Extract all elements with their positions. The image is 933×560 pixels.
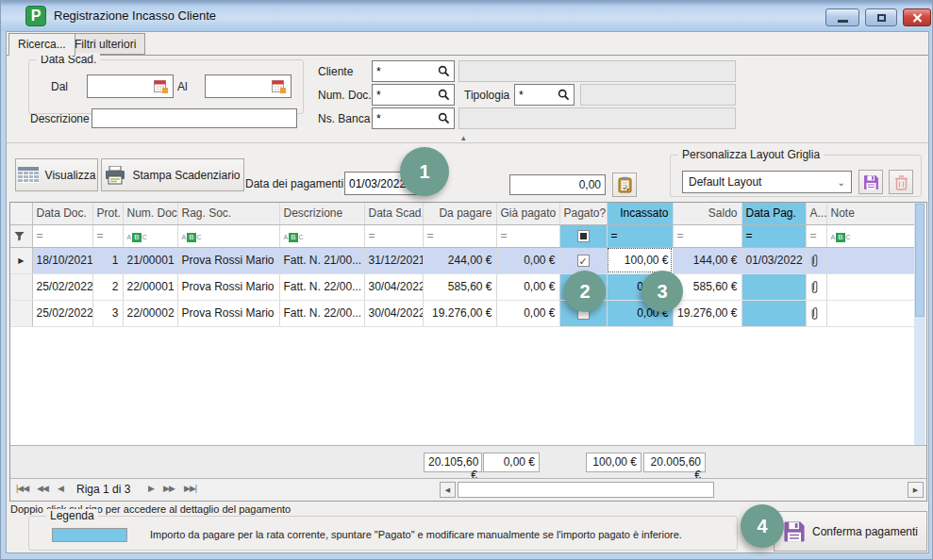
nav-last-button[interactable]: ▶▶| <box>184 484 196 493</box>
col-header-gia-pagato[interactable]: Già pagato <box>496 203 559 224</box>
visualizza-button[interactable]: Visualizza <box>15 158 98 191</box>
al-date-field[interactable] <box>205 74 292 98</box>
cliente-lookup[interactable] <box>372 60 455 82</box>
col-header-incassato[interactable]: Incassato <box>607 203 673 224</box>
nav-next-button[interactable]: ▶ <box>148 484 154 493</box>
cell-data-doc[interactable]: 18/10/2021 <box>32 247 92 273</box>
dal-date-field[interactable] <box>87 74 174 98</box>
cell-note[interactable] <box>826 247 914 273</box>
descrizione-input[interactable] <box>92 108 297 128</box>
cell-da-pagare[interactable]: 244,00 € <box>423 247 496 273</box>
cell-allegati[interactable] <box>806 247 826 273</box>
cell-data-scad[interactable]: 30/04/2022 <box>364 273 423 300</box>
col-header-descrizione[interactable]: Descrizione <box>279 203 364 224</box>
table-row[interactable]: ▶ 18/10/2021 1 21/00001 Prova Rossi Mari… <box>10 247 914 273</box>
cell-saldo[interactable]: 144,00 € <box>673 247 741 273</box>
col-header-rag-soc[interactable]: Rag. Soc. <box>177 203 279 224</box>
cell-descrizione[interactable]: Fatt. N. 22/00... <box>279 273 364 300</box>
filter-funnel-cell[interactable] <box>10 224 32 247</box>
cell-num-doc[interactable]: 21/00001 <box>123 247 177 273</box>
apply-amount-button[interactable] <box>612 173 637 197</box>
cell-prot[interactable]: 3 <box>92 300 123 326</box>
search-icon[interactable] <box>438 89 450 101</box>
cell-pagato-checkbox[interactable]: ✓ <box>559 247 607 273</box>
amount-input[interactable] <box>509 174 606 195</box>
cell-num-doc[interactable]: 22/00002 <box>123 300 177 326</box>
title-bar[interactable]: P Registrazione Incasso Cliente <box>1 1 933 31</box>
layout-select[interactable]: Default Layout ⌄ <box>682 171 852 193</box>
cell-note[interactable] <box>826 300 914 326</box>
grid-vertical-scrollbar[interactable] <box>914 203 925 445</box>
col-header-prot[interactable]: Prot. <box>92 203 123 224</box>
al-date-input[interactable] <box>209 80 272 93</box>
delete-layout-button[interactable] <box>889 170 913 194</box>
filter-gia-pagato[interactable]: = <box>496 224 559 247</box>
cell-saldo[interactable]: 19.276,00 € <box>673 300 741 326</box>
filter-saldo[interactable]: = <box>673 224 741 247</box>
hscroll-right-arrow[interactable]: ▶ <box>908 482 924 498</box>
calendar-icon[interactable] <box>154 79 169 93</box>
col-header-num-doc[interactable]: Num. Doc. <box>123 203 177 224</box>
cell-gia-pagato[interactable]: 0,00 € <box>496 247 559 273</box>
checkbox-checked-icon[interactable]: ✓ <box>577 255 590 267</box>
nav-next-page-button[interactable]: ▶▶ <box>163 484 175 493</box>
filter-incassato[interactable]: = <box>607 224 673 247</box>
close-button[interactable] <box>903 8 931 26</box>
restore-button[interactable] <box>865 8 897 26</box>
cell-rag-soc[interactable]: Prova Rossi Mario <box>177 273 279 300</box>
stampa-scadenziario-button[interactable]: Stampa Scadenziario <box>101 158 244 191</box>
filter-allegati[interactable]: = <box>806 224 826 247</box>
table-row[interactable]: 25/02/2022 2 22/00001 Prova Rossi Mario … <box>10 273 914 300</box>
cell-gia-pagato[interactable]: 0,00 € <box>496 300 559 326</box>
minimize-button[interactable] <box>825 8 859 26</box>
tab-ricerca[interactable]: Ricerca... <box>8 33 75 56</box>
calendar-icon[interactable] <box>272 79 287 93</box>
cell-saldo[interactable]: 585,60 € <box>673 273 741 300</box>
checkbox-indeterminate-icon[interactable] <box>577 230 590 242</box>
ns-banca-input[interactable] <box>376 112 438 125</box>
tab-filtri-ulteriori[interactable]: Filtri ulteriori <box>65 33 145 55</box>
cell-num-doc[interactable]: 22/00001 <box>123 273 177 300</box>
search-icon[interactable] <box>438 112 450 124</box>
cliente-input[interactable] <box>376 65 438 78</box>
cell-data-scad[interactable]: 31/12/2021 <box>364 247 423 273</box>
cell-da-pagare[interactable]: 19.276,00 € <box>423 300 496 326</box>
search-icon[interactable] <box>438 65 450 77</box>
cell-data-doc[interactable]: 25/02/2022 <box>32 273 92 300</box>
col-header-pagato[interactable]: Pagato? <box>559 203 607 224</box>
cell-gia-pagato[interactable]: 0,00 € <box>496 273 559 300</box>
filter-num-doc[interactable]: ABC <box>123 224 177 247</box>
filter-data-doc[interactable]: = <box>32 224 92 247</box>
cell-incassato[interactable]: 100,00 € <box>607 247 673 273</box>
col-header-data-scad[interactable]: Data Scad. <box>364 203 423 224</box>
data-pagamenti-input[interactable] <box>349 177 408 190</box>
filter-descrizione[interactable]: ABC <box>279 224 364 247</box>
ns-banca-lookup[interactable] <box>372 107 455 129</box>
cell-da-pagare[interactable]: 585,60 € <box>423 273 496 300</box>
nav-first-button[interactable]: |◀◀ <box>16 484 28 493</box>
filter-data-scad[interactable]: = <box>364 224 423 247</box>
cell-prot[interactable]: 2 <box>92 273 123 300</box>
search-icon[interactable] <box>558 89 570 101</box>
tipologia-input[interactable] <box>519 89 558 102</box>
cell-data-pag[interactable] <box>741 300 806 326</box>
filter-prot[interactable]: = <box>92 224 123 247</box>
scrollbar-thumb[interactable] <box>915 204 925 317</box>
hscroll-thumb[interactable] <box>458 482 714 498</box>
col-header-da-pagare[interactable]: Da pagare <box>423 203 496 224</box>
cell-rag-soc[interactable]: Prova Rossi Mario <box>177 247 279 273</box>
filter-note[interactable]: ABC <box>826 224 914 247</box>
dal-date-input[interactable] <box>92 80 154 93</box>
col-header-data-doc[interactable]: Data Doc. <box>32 203 92 224</box>
cell-descrizione[interactable]: Fatt. N. 22/00... <box>279 300 364 326</box>
cell-prot[interactable]: 1 <box>92 247 123 273</box>
cell-note[interactable] <box>826 273 914 300</box>
nav-prev-page-button[interactable]: ◀◀ <box>37 484 48 493</box>
tipologia-lookup[interactable] <box>514 84 575 106</box>
cell-allegati[interactable] <box>806 300 826 326</box>
cell-descrizione[interactable]: Fatt. N. 21/00... <box>279 247 364 273</box>
collapse-panel-caret-icon[interactable]: ▴ <box>461 133 466 142</box>
cell-data-pag[interactable] <box>741 273 806 300</box>
cell-allegati[interactable] <box>806 273 826 300</box>
col-header-saldo[interactable]: Saldo <box>673 203 741 224</box>
